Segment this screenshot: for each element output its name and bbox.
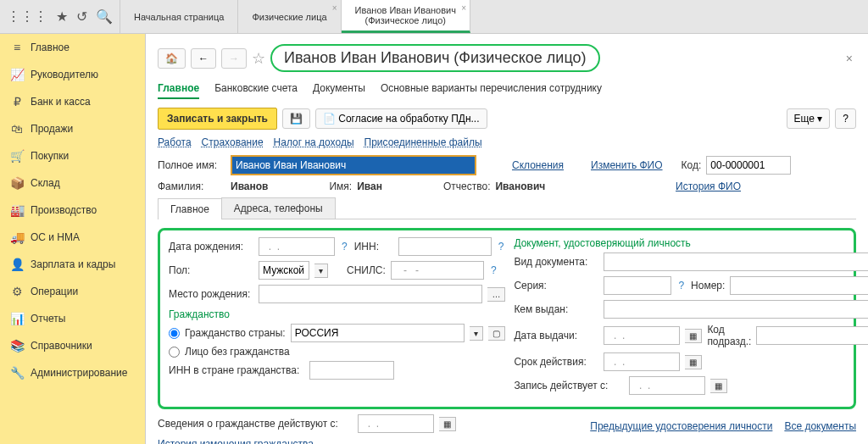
subtab-addresses[interactable]: Адреса, телефоны (221, 197, 336, 219)
sidebar-item-operations[interactable]: ⚙Операции (0, 278, 145, 305)
sidebar-item-sales[interactable]: 🛍Продажи (0, 115, 145, 142)
close-icon[interactable]: × (332, 3, 337, 13)
inn-label: ИНН: (354, 241, 393, 253)
sidebar-item-manager[interactable]: 📈Руководителю (0, 61, 145, 88)
search-icon[interactable]: 🔍 (96, 8, 113, 25)
expiry-label: Срок действия: (514, 356, 598, 368)
sidebar-item-warehouse[interactable]: 📦Склад (0, 169, 145, 197)
expiry-input[interactable] (604, 352, 680, 371)
prev-docs-link[interactable]: Предыдущие удостоверения личности (590, 420, 772, 432)
save-close-button[interactable]: Записать и закрыть (158, 108, 277, 130)
subtab-main[interactable]: Главное (158, 198, 222, 219)
chart-icon: 📈 (10, 68, 24, 81)
code-input[interactable] (706, 156, 791, 175)
sidebar-item-production[interactable]: 🏭Производство (0, 197, 145, 224)
serial-help-icon[interactable]: ? (676, 280, 686, 291)
dob-input[interactable] (259, 237, 335, 256)
cit-history-link[interactable]: История изменения гражданства (158, 438, 314, 444)
citizenship-country-radio[interactable] (169, 328, 180, 339)
tab-individuals[interactable]: Физические лица× (238, 0, 341, 33)
sidebar-item-catalogs[interactable]: 📚Справочники (0, 332, 145, 359)
main-content: 🏠 ← → ☆ Иванов Иван Иванович (Физическое… (146, 34, 868, 444)
help-button[interactable]: ? (835, 108, 856, 129)
forward-button[interactable]: → (221, 48, 247, 69)
patronymic-value: Иванович (495, 180, 545, 192)
link-income-tax[interactable]: Налог на доходы (274, 136, 354, 148)
chevron-down-icon[interactable]: ▾ (314, 264, 328, 278)
dob-label: Дата рождения: (169, 241, 253, 253)
inn-help-icon[interactable]: ? (497, 241, 506, 253)
declension-link[interactable]: Склонения (512, 159, 564, 171)
close-icon[interactable]: × (461, 3, 466, 13)
cit-from-input[interactable] (358, 414, 434, 433)
dept-code-input[interactable] (756, 326, 868, 345)
pob-label: Место рождения: (169, 288, 253, 300)
patronymic-label: Отчество: (443, 180, 491, 192)
surname-label: Фамилия: (158, 180, 225, 192)
star-icon[interactable]: ☆ (252, 49, 265, 68)
calendar-icon[interactable]: ▦ (710, 379, 727, 393)
factory-icon: 🏭 (10, 203, 24, 217)
sidebar-item-main[interactable]: ≡Главное (0, 34, 145, 61)
cart-icon: 🛒 (10, 149, 24, 163)
tab-main[interactable]: Главное (158, 79, 199, 99)
valid-from-input[interactable] (629, 376, 705, 395)
snils-help-icon[interactable]: ? (489, 264, 498, 276)
cit-from-label: Сведения о гражданстве действуют с: (158, 418, 353, 430)
stateless-label: Лицо без гражданства (185, 346, 290, 358)
issued-by-input[interactable] (604, 300, 868, 319)
link-attached-files[interactable]: Присоединенные файлы (364, 136, 482, 148)
all-docs-link[interactable]: Все документы (784, 420, 856, 432)
history-fio-link[interactable]: История ФИО (676, 180, 741, 192)
back-button[interactable]: ← (191, 48, 216, 69)
star-icon[interactable]: ★ (56, 8, 68, 25)
sidebar-item-salary[interactable]: 👤Зарплата и кадры (0, 251, 145, 278)
doc-type-input[interactable] (604, 253, 868, 271)
apps-icon[interactable]: ⋮⋮⋮ (7, 8, 47, 25)
sex-select[interactable] (259, 261, 309, 280)
tab-transfer-variants[interactable]: Основные варианты перечисления сотрудник… (381, 79, 602, 99)
history-icon[interactable]: ↺ (76, 8, 87, 25)
issue-date-input[interactable] (604, 326, 680, 345)
close-card-button[interactable]: × (843, 52, 856, 65)
link-work[interactable]: Работа (158, 136, 192, 148)
link-insurance[interactable]: Страхование (202, 136, 264, 148)
sidebar-item-assets[interactable]: 🚚ОС и НМА (0, 224, 145, 251)
serial-input[interactable] (604, 276, 671, 295)
save-button[interactable]: 💾 (282, 108, 310, 129)
tab-person-card[interactable]: Иванов Иван Иванович(Физическое лицо) × (342, 0, 470, 33)
sidebar-item-admin[interactable]: 🔧Администрирование (0, 359, 145, 386)
tab-documents[interactable]: Документы (313, 79, 365, 99)
pob-input[interactable] (259, 285, 482, 303)
number-input[interactable] (730, 276, 868, 295)
calendar-icon[interactable]: ▦ (439, 417, 456, 431)
change-fio-link[interactable]: Изменить ФИО (591, 159, 663, 171)
more-menu-button[interactable]: Еще ▾ (787, 108, 831, 129)
bag-icon: 🛍 (10, 122, 24, 136)
sidebar-item-purchases[interactable]: 🛒Покупки (0, 142, 145, 169)
pob-more-button[interactable]: … (487, 287, 505, 302)
page-title: Иванов Иван Иванович (Физическое лицо) (270, 44, 600, 72)
calendar-icon[interactable]: ▦ (685, 355, 702, 369)
chevron-down-icon[interactable]: ▾ (470, 326, 483, 341)
window-tabs: Начальная страница Физические лица× Иван… (120, 0, 470, 33)
calendar-icon[interactable]: ▦ (685, 329, 702, 343)
citizenship-country-input[interactable] (291, 324, 465, 342)
home-button[interactable]: 🏠 (158, 48, 186, 69)
tab-start-page[interactable]: Начальная страница (120, 0, 238, 33)
nav-sidebar: ≡Главное 📈Руководителю ₽Банк и касса 🛍Пр… (0, 34, 146, 444)
snils-input[interactable] (391, 261, 484, 280)
tab-bank-accounts[interactable]: Банковские счета (214, 79, 298, 99)
open-ref-icon[interactable]: ▢ (488, 326, 505, 341)
gear-icon: ⚙ (10, 285, 24, 298)
sidebar-item-bank[interactable]: ₽Банк и касса (0, 88, 145, 115)
issued-by-label: Кем выдан: (514, 303, 598, 315)
consent-button[interactable]: 📄 Согласие на обработку ПДн... (315, 108, 487, 129)
dob-help-icon[interactable]: ? (340, 241, 349, 253)
foreign-inn-input[interactable] (309, 361, 394, 380)
inn-input[interactable] (398, 237, 492, 256)
name-value: Иван (357, 180, 382, 192)
sidebar-item-reports[interactable]: 📊Отчеты (0, 305, 145, 332)
stateless-radio[interactable] (169, 347, 180, 358)
fullname-input[interactable] (231, 155, 476, 175)
